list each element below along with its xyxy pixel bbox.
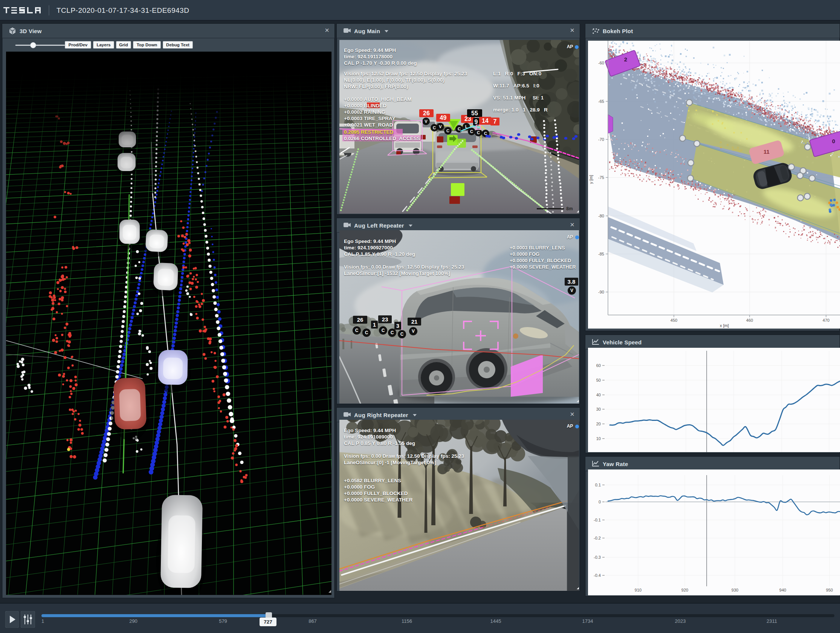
svg-text:+0.0003 TIRE_SPRAY: +0.0003 TIRE_SPRAY: [344, 116, 395, 121]
svg-text:C: C: [446, 128, 449, 133]
svg-text:LaneOSIncur:[1] -1532 [MovingT: LaneOSIncur:[1] -1532 [MovingTarget 100%…: [344, 271, 450, 276]
svg-text:3.8: 3.8: [568, 279, 576, 285]
svg-text:460: 460: [746, 318, 753, 323]
svg-text:AP: AP: [567, 44, 573, 49]
svg-text:14: 14: [482, 117, 489, 124]
svg-text:CAL P 0.85 Y 0.80 R -1.55 deg: CAL P 0.85 Y 0.80 R -1.55 deg: [344, 440, 415, 446]
svg-text:time: 924.191178000: time: 924.191178000: [344, 54, 393, 60]
svg-text:-65: -65: [598, 99, 604, 104]
svg-text:C: C: [365, 330, 368, 335]
svg-text:10: 10: [596, 436, 601, 441]
svg-text:450: 450: [671, 318, 677, 323]
svg-text:C: C: [400, 332, 404, 337]
svg-text:-75: -75: [598, 175, 604, 180]
svg-text:+0.0000 AUTO_HIGH_BEAM: +0.0000 AUTO_HIGH_BEAM: [344, 97, 411, 102]
svg-text:C: C: [433, 125, 436, 130]
svg-text:CAL P 1.85 Y 0.90 R -1.20 deg: CAL P 1.85 Y 0.90 R -1.20 deg: [344, 251, 415, 257]
svg-text:+0.0000 FULLY_BLOCKED: +0.0000 FULLY_BLOCKED: [510, 258, 571, 263]
svg-text:NL(0.00), E(1.00), F(0.00), TF: NL(0.00), E(1.00), F(0.00), TF(0.00), S(…: [344, 77, 444, 83]
svg-text:V: V: [439, 124, 442, 129]
svg-text:LaneOSIncur:[0] -1 [MovingTarg: LaneOSIncur:[0] -1 [MovingTarget 0%]: [344, 460, 436, 465]
svg-text:-85: -85: [598, 252, 604, 256]
svg-text:-80: -80: [598, 214, 604, 218]
svg-text:+0.0003 BLURRY_LENS: +0.0003 BLURRY_LENS: [510, 245, 565, 250]
svg-text:+0.0002 RAINING: +0.0002 RAINING: [344, 109, 385, 115]
svg-text:+0.0000 SEVERE_WEATHER: +0.0000 SEVERE_WEATHER: [510, 264, 576, 270]
svg-text:0.1: 0.1: [595, 483, 601, 487]
svg-text:V: V: [412, 329, 415, 334]
svg-text:40: 40: [596, 392, 601, 397]
svg-text:+0.0000 SEVERE_WEATHER: +0.0000 SEVERE_WEATHER: [344, 497, 413, 503]
svg-text:30: 30: [596, 407, 601, 411]
svg-text:time: 924.190927000: time: 924.190927000: [344, 245, 393, 250]
svg-text:Vision fps: 0.00 Draw fps: 12.: Vision fps: 0.00 Draw fps: 12.50 Display…: [344, 453, 464, 459]
svg-text:-0.3: -0.3: [594, 555, 601, 560]
svg-text:930: 930: [731, 588, 738, 592]
svg-text:Ego Speed: 9.44 MPH: Ego Speed: 9.44 MPH: [344, 239, 396, 244]
svg-text:V: V: [425, 119, 428, 123]
svg-text:55: 55: [471, 110, 478, 116]
svg-text:-90: -90: [598, 290, 604, 294]
svg-text:0: 0: [598, 500, 601, 504]
svg-text:470: 470: [823, 318, 829, 323]
svg-text:merge: 1.0 1 28.9 R: merge: 1.0 1 28.9 R: [493, 107, 548, 113]
svg-text:49: 49: [440, 114, 447, 121]
svg-text:y [m]: y [m]: [589, 175, 593, 184]
svg-text:V: V: [570, 288, 573, 293]
svg-text:0.0266 CONTROLLED_ACCESS: 0.0266 CONTROLLED_ACCESS: [344, 136, 420, 141]
svg-text:50: 50: [596, 378, 601, 383]
svg-text:7: 7: [493, 118, 497, 125]
svg-text:+0.0000 BLINDED: +0.0000 BLINDED: [344, 103, 387, 109]
svg-text:Vision fps: 0.00 Draw fps: 12.: Vision fps: 0.00 Draw fps: 12.50 Display…: [344, 264, 464, 270]
svg-text:+0.0000 FOG: +0.0000 FOG: [510, 251, 539, 257]
svg-text:C: C: [470, 129, 473, 134]
svg-text:60: 60: [596, 363, 601, 368]
svg-text:940: 940: [779, 588, 786, 592]
svg-text:-70: -70: [598, 137, 604, 142]
svg-text:0.2095 RESTRICTED: 0.2095 RESTRICTED: [344, 129, 394, 135]
svg-text:-0.4: -0.4: [594, 573, 601, 578]
svg-text:CAL P -1.70 Y -0.30 R 0.00 deg: CAL P -1.70 Y -0.30 R 0.00 deg: [344, 60, 417, 66]
svg-text:20: 20: [596, 422, 601, 426]
svg-text:Ego Speed: 9.44 MPH: Ego Speed: 9.44 MPH: [344, 428, 396, 433]
svg-text:C: C: [458, 127, 461, 131]
svg-text:NRW: FLP(0.00), FRP(0.00): NRW: FLP(0.00), FRP(0.00): [344, 84, 408, 89]
svg-text:AP: AP: [567, 424, 573, 429]
svg-text:W:11.7 AP:6.5 I:0: W:11.7 AP:6.5 I:0: [493, 83, 539, 89]
svg-text:C: C: [477, 130, 480, 135]
svg-text:11: 11: [764, 149, 770, 155]
svg-text:23: 23: [382, 316, 388, 323]
svg-text:-60: -60: [598, 61, 604, 65]
svg-text:C: C: [382, 328, 385, 333]
svg-text:2: 2: [624, 56, 627, 63]
svg-text:0: 0: [832, 138, 835, 144]
svg-text:910: 910: [635, 588, 641, 592]
svg-text:9: 9: [475, 119, 478, 125]
svg-text:8m: 8m: [566, 206, 573, 211]
svg-text:+0.0021 WET_ROAD: +0.0021 WET_ROAD: [344, 122, 393, 128]
svg-text:3: 3: [396, 323, 399, 329]
svg-text:x [m]: x [m]: [720, 323, 729, 328]
svg-text:-0.2: -0.2: [594, 536, 601, 540]
svg-text:920: 920: [681, 588, 688, 592]
svg-text:C: C: [355, 328, 358, 333]
svg-text:26: 26: [423, 110, 430, 116]
svg-text:C: C: [391, 330, 394, 335]
svg-text:+0.0000 FOG: +0.0000 FOG: [344, 484, 375, 490]
svg-text:AP: AP: [567, 234, 573, 240]
svg-text:Vision fps: 12.52 Draw fps: 12: Vision fps: 12.52 Draw fps: 12.50 Displa…: [344, 71, 467, 76]
svg-text:+0.0582 BLURRY_LENS: +0.0582 BLURRY_LENS: [344, 478, 401, 483]
svg-text:-0.1: -0.1: [594, 518, 601, 522]
svg-text:1: 1: [373, 321, 376, 328]
svg-text:Ego Speed: 9.44 MPH: Ego Speed: 9.44 MPH: [344, 47, 396, 53]
svg-text:VS: 51.1 MPH St: 1: VS: 51.1 MPH St: 1: [493, 95, 544, 101]
svg-text:950: 950: [826, 588, 833, 592]
svg-text:21: 21: [411, 318, 418, 325]
svg-text:+0.0000 FULLY_BLOCKED: +0.0000 FULLY_BLOCKED: [344, 491, 408, 496]
svg-text:26: 26: [357, 316, 363, 323]
svg-text:time: 924.191089000: time: 924.191089000: [344, 434, 393, 440]
